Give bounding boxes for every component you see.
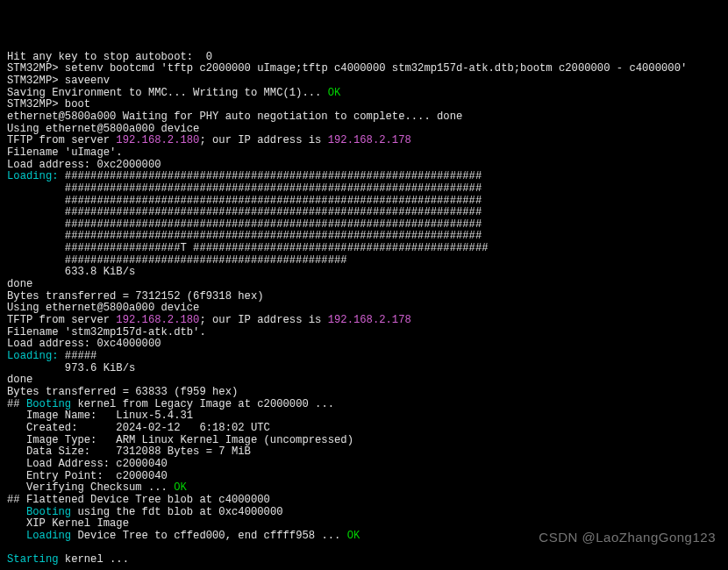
progress: ##### (65, 350, 97, 362)
ip-client: 192.168.2.178 (328, 314, 411, 326)
line: ; our IP address is (199, 134, 327, 146)
starting-label: Starting (7, 553, 59, 566)
progress: ########################################… (7, 218, 482, 231)
line: done (7, 278, 32, 290)
line: Hit any key to stop autoboot: 0 (7, 51, 212, 63)
prompt: STM32MP> (7, 62, 65, 75)
line: Saving Environment to MMC... Writing to … (7, 87, 328, 99)
line: Data Size: 7312088 Bytes = 7 MiB (7, 445, 251, 458)
command: setenv bootcmd 'tftp c2000000 uImage;tft… (65, 62, 687, 75)
line (7, 530, 26, 542)
line: using the fdt blob at 0xc4000000 (71, 506, 282, 518)
progress: ########################################… (7, 230, 482, 242)
line (7, 506, 26, 518)
line: Load address: 0xc2000000 (7, 159, 161, 171)
progress: ########################################… (7, 195, 482, 207)
line: Created: 2024-02-12 6:18:02 UTC (7, 422, 270, 434)
line: Load Address: c2000040 (7, 458, 168, 470)
booting-label: Booting (26, 398, 71, 410)
rate: 973.6 KiB/s (7, 362, 135, 374)
status-ok: OK (174, 481, 187, 494)
command: saveenv (65, 75, 110, 87)
line: Bytes transferred = 7312152 (6f9318 hex) (7, 290, 264, 303)
progress: ##################T ####################… (7, 242, 489, 254)
status-ok: OK (347, 530, 360, 542)
line: Image Name: Linux-5.4.31 (7, 410, 193, 422)
line: Using ethernet@5800a000 device (7, 302, 199, 314)
line: kernel from Legacy Image at c2000000 ... (71, 398, 334, 410)
line: ; our IP address is (199, 314, 327, 326)
line: kernel ... (59, 553, 129, 566)
line: Verifying Checksum ... (7, 481, 174, 494)
ip-server: 192.168.2.180 (116, 314, 199, 326)
line: Image Type: ARM Linux Kernel Image (unco… (7, 434, 353, 446)
prompt: STM32MP> (7, 75, 65, 87)
progress: ########################################… (7, 182, 482, 195)
booting-label: Booting (26, 506, 71, 518)
line: Filename 'stm32mp157d-atk.dtb'. (7, 326, 206, 338)
status-ok: OK (328, 87, 341, 99)
rate: 633.8 KiB/s (7, 266, 135, 278)
line: ethernet@5800a000 Waiting for PHY auto n… (7, 110, 462, 123)
line: Bytes transferred = 63833 (f959 hex) (7, 386, 238, 398)
terminal-output[interactable]: Hit any key to stop autoboot: 0 STM32MP>… (7, 52, 721, 570)
line: TFTP from server (7, 314, 116, 326)
line: Device Tree to cffed000, end cffff958 ..… (71, 530, 347, 542)
line: TFTP from server (7, 134, 116, 146)
line: XIP Kernel Image (7, 517, 129, 530)
progress: ########################################… (7, 206, 482, 218)
line: ## (7, 398, 26, 410)
line: ## Flattened Device Tree blob at c400000… (7, 494, 270, 506)
loading-label: Loading (26, 530, 71, 542)
line: done (7, 374, 32, 386)
command: boot (65, 98, 90, 110)
line: Entry Point: c2000040 (7, 470, 168, 482)
progress: ########################################… (65, 170, 482, 182)
ip-server: 192.168.2.180 (116, 134, 199, 146)
line: Filename 'uImage'. (7, 146, 123, 159)
ip-client: 192.168.2.178 (328, 134, 411, 146)
progress: ########################################… (7, 254, 347, 267)
line: Using ethernet@5800a000 device (7, 123, 199, 135)
loading-label: Loading: (7, 170, 65, 182)
loading-label: Loading: (7, 350, 65, 362)
line: Load address: 0xc4000000 (7, 338, 161, 350)
prompt: STM32MP> (7, 98, 65, 110)
